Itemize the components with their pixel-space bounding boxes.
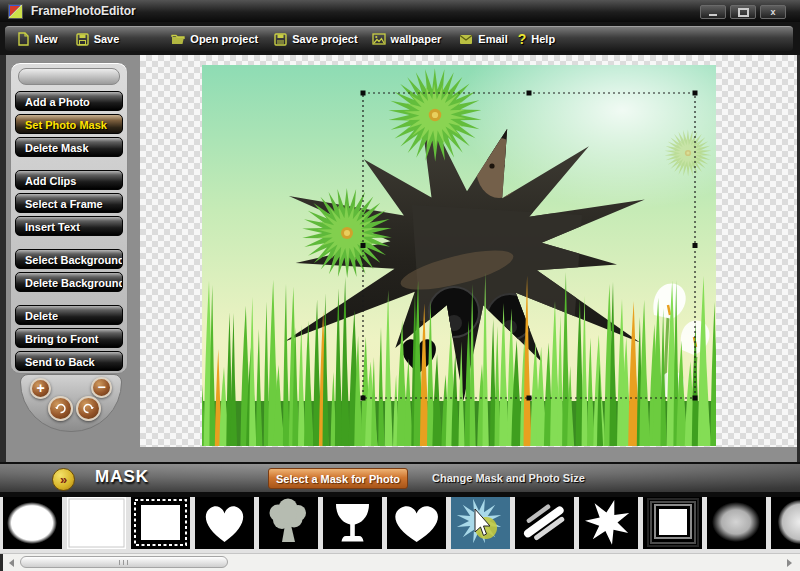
mask-strip-scrollbar[interactable]	[0, 553, 800, 571]
app-logo-icon	[8, 4, 23, 19]
frame-photo-editor-window: FramePhotoEditor x New Save Open project	[0, 0, 800, 571]
titlebar: FramePhotoEditor x	[0, 0, 800, 23]
new-button[interactable]: New	[17, 32, 58, 46]
save-button-label: Save	[94, 33, 120, 45]
minimize-icon	[709, 14, 717, 16]
sidebar-item-set-photo-mask[interactable]: Set Photo Mask	[15, 114, 123, 134]
open-project-label: Open project	[190, 33, 258, 45]
sidebar-item-delete[interactable]: Delete	[15, 305, 123, 325]
rotate-left-icon	[54, 402, 67, 415]
maximize-icon	[738, 8, 749, 17]
close-button[interactable]: x	[760, 5, 786, 19]
toolbar-bar: New Save Open project Save project wallp…	[5, 26, 793, 51]
mask-thumbnail-heart-wide[interactable]	[387, 497, 446, 549]
mask-thumbnail-brush-strokes[interactable]	[515, 497, 574, 549]
mask-thumbnail-circle[interactable]	[771, 497, 800, 549]
chevrons-icon[interactable]: »	[52, 468, 75, 491]
sidebar-item-delete-background[interactable]: Delete Background	[15, 272, 123, 292]
window-controls: x	[700, 5, 786, 19]
wallpaper-label: wallpaper	[391, 33, 442, 45]
open-project-button[interactable]: Open project	[171, 33, 258, 46]
mask-row	[0, 497, 800, 549]
sidebar-item-select-background[interactable]: Select Background	[15, 249, 123, 269]
minimize-button[interactable]	[700, 5, 726, 19]
sidebar: Add a Photo Set Photo Mask Delete Mask A…	[10, 62, 128, 374]
mask-scroll-right-arrow[interactable]	[787, 559, 792, 567]
zoom-in-button[interactable]: +	[30, 378, 51, 399]
transform-controls-pod: + −	[20, 374, 122, 432]
open-folder-icon	[171, 33, 185, 46]
save-project-icon	[274, 33, 287, 46]
new-page-icon	[17, 32, 30, 46]
mask-thumbnail-heart[interactable]	[195, 497, 254, 549]
zoom-out-button[interactable]: −	[91, 377, 112, 398]
help-question-icon: ?	[518, 31, 527, 47]
sidebar-item-delete-mask[interactable]: Delete Mask	[15, 137, 123, 157]
main-area: Add a Photo Set Photo Mask Delete Mask A…	[0, 55, 800, 462]
mask-thumbnail-strip	[0, 492, 800, 553]
mask-scrollbar-thumb[interactable]	[20, 556, 228, 568]
mask-thumbnail-stamp-square[interactable]	[131, 497, 190, 549]
new-button-label: New	[35, 33, 58, 45]
maximize-button[interactable]	[730, 5, 756, 19]
sidebar-item-bring-to-front[interactable]: Bring to Front	[15, 328, 123, 348]
left-edge-divider	[0, 55, 6, 462]
sidebar-item-send-to-back[interactable]: Send to Back	[15, 351, 123, 371]
mask-thumbnail-pinwheel[interactable]	[579, 497, 638, 549]
mask-scroll-left-arrow[interactable]	[9, 559, 14, 567]
rotate-right-icon	[82, 402, 95, 415]
sidebar-item-insert-text[interactable]: Insert Text	[15, 216, 123, 236]
mask-thumbnail-goblet[interactable]	[323, 497, 382, 549]
mask-thumbnail-ellipse[interactable]	[3, 497, 62, 549]
mask-thumbnail-ripple-square[interactable]	[643, 497, 702, 549]
work-area	[140, 55, 797, 447]
mask-thumbnail-soft-ellipse[interactable]	[707, 497, 766, 549]
rotate-right-button[interactable]	[76, 396, 101, 421]
save-disk-icon	[76, 33, 89, 46]
canvas-artwork	[202, 65, 716, 446]
toolbar: New Save Open project Save project wallp…	[0, 22, 800, 55]
select-mask-for-photo-button[interactable]: Select a Mask for Photo	[268, 468, 408, 489]
sidebar-item-add-a-photo[interactable]: Add a Photo	[15, 91, 123, 111]
sidebar-item-add-clips[interactable]: Add Clips	[15, 170, 123, 190]
window-title: FramePhotoEditor	[31, 4, 136, 18]
mask-panel-title: MASK	[95, 467, 149, 487]
email-label: Email	[478, 33, 507, 45]
email-button[interactable]: Email	[459, 33, 507, 45]
email-envelope-icon	[459, 34, 473, 45]
mask-thumbnail-starburst[interactable]	[451, 497, 510, 549]
sidebar-handle	[18, 68, 120, 85]
help-label: Help	[531, 33, 555, 45]
scrollbar-grip-icon	[119, 560, 131, 565]
photo-canvas[interactable]	[202, 65, 716, 446]
change-mask-size-label: Change Mask and Photo Size	[432, 472, 585, 484]
save-project-button[interactable]: Save project	[274, 33, 357, 46]
mask-thumbnail-square[interactable]	[67, 497, 126, 549]
wallpaper-button[interactable]: wallpaper	[372, 33, 442, 45]
wallpaper-icon	[372, 33, 386, 45]
save-button[interactable]: Save	[76, 33, 120, 46]
rotate-left-button[interactable]	[48, 396, 73, 421]
save-project-label: Save project	[292, 33, 357, 45]
mask-thumbnail-tree[interactable]	[259, 497, 318, 549]
mask-panel-header: » MASK Select a Mask for Photo Change Ma…	[0, 462, 800, 492]
help-button[interactable]: ? Help	[518, 31, 555, 47]
sidebar-item-select-a-frame[interactable]: Select a Frame	[15, 193, 123, 213]
